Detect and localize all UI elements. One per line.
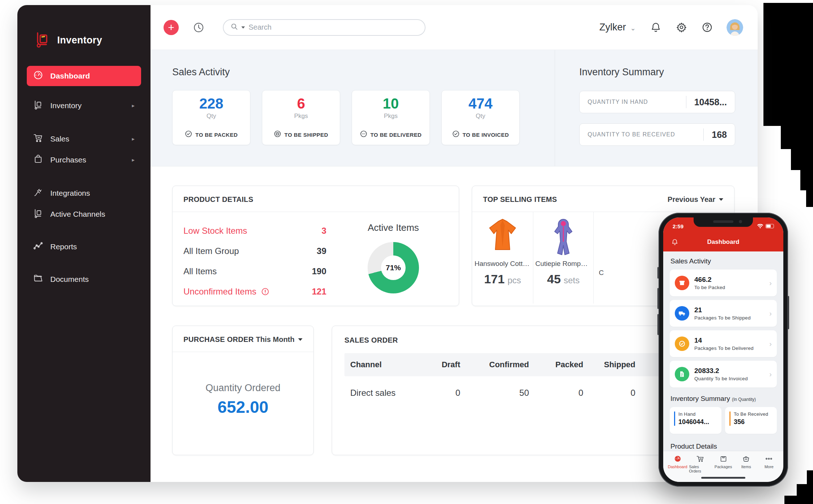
purchase-order-range-dropdown[interactable]: This Month	[256, 335, 302, 344]
phone-page-title: Dashboard	[663, 238, 783, 246]
row-value: 168	[704, 130, 727, 140]
row-label: All Items	[183, 266, 217, 276]
quantity-ordered-value: 652.00	[217, 397, 268, 417]
phone-power-button	[788, 296, 789, 329]
all-item-group-row[interactable]: All Item Group 39	[183, 241, 326, 261]
donut-percent-label: 71%	[386, 263, 401, 272]
metric-value: 10	[383, 96, 399, 112]
sales-activity-card-to-be-packed[interactable]: 228 Qty TO BE PACKED	[172, 90, 250, 145]
quantity-ordered-label: Quantity Ordered	[206, 382, 280, 394]
artifact-top-right-3	[791, 149, 813, 170]
mini-label: To Be Received	[734, 411, 768, 417]
sidebar-item-inventory[interactable]: Inventory ▸	[27, 96, 141, 116]
item-qty: 45	[547, 272, 561, 286]
item-name: C	[599, 269, 604, 277]
item-unit: sets	[564, 275, 580, 285]
sidebar-item-label: Purchases	[50, 156, 86, 164]
chevron-right-icon: ›	[769, 279, 772, 287]
active-items-donut-chart: 71%	[368, 242, 419, 293]
sales-activity-card-to-be-delivered[interactable]: 10 Pkgs TO BE DELIVERED	[352, 90, 430, 145]
tab-label: Items	[741, 465, 751, 469]
metric-unit: Pkgs	[294, 113, 308, 120]
search-icon	[231, 23, 238, 31]
column-header: Confirmed	[460, 360, 529, 369]
basket-icon	[742, 455, 750, 463]
app-window: Inventory Dashboard	[17, 5, 758, 482]
column-header: Channel	[344, 360, 417, 369]
sidebar-item-reports[interactable]: Reports	[27, 237, 141, 257]
search-input[interactable]	[249, 23, 418, 31]
tab-label: More	[765, 465, 774, 469]
info-icon[interactable]	[261, 288, 269, 296]
reports-icon	[33, 241, 43, 253]
phone-metric-value: 20833.2	[694, 367, 748, 375]
quick-create-button[interactable]: +	[164, 20, 179, 35]
phone-inventory-summary-title: Inventory Summary	[670, 395, 730, 402]
page: Inventory Dashboard	[0, 0, 813, 504]
recent-history-button[interactable]	[192, 21, 205, 34]
artifact-bottom-right-3	[784, 496, 813, 504]
sidebar-item-purchases[interactable]: Purchases ▸	[27, 150, 141, 170]
sidebar-item-integrations[interactable]: Integrations	[27, 183, 141, 203]
row-value: 39	[317, 246, 326, 256]
plug-icon	[33, 187, 43, 199]
row-value: 190	[312, 266, 326, 276]
unconfirmed-items-row[interactable]: Unconfirmed Items 121	[183, 281, 326, 302]
top-selling-range-dropdown[interactable]: Previous Year	[668, 195, 723, 204]
column-header: Draft	[417, 360, 460, 369]
search-scope-caret-icon[interactable]	[241, 26, 245, 29]
sidebar-item-label: Inventory	[50, 101, 81, 110]
phone-card-to-be-delivered: 14 Packages To be Delivered ›	[670, 330, 777, 357]
help-button[interactable]	[702, 22, 713, 33]
chevron-right-icon: ›	[769, 370, 772, 378]
phone-metric-label: Packages To be Delivered	[694, 346, 754, 351]
org-switcher[interactable]: Zylker ⌄	[599, 22, 636, 33]
sales-activity-title: Sales Activity	[172, 67, 555, 78]
inventory-summary-title: Inventory Summary	[579, 67, 735, 78]
app-title: Inventory	[57, 35, 102, 46]
low-stock-items-row[interactable]: Low Stock Items 3	[183, 221, 326, 241]
notifications-button[interactable]	[650, 22, 661, 33]
sales-activity-card-to-be-invoiced[interactable]: 474 Qty TO BE INVOICED	[441, 90, 520, 145]
folder-icon	[33, 274, 43, 285]
metric-label: TO BE INVOICED	[463, 132, 509, 138]
sidebar-item-label: Integrations	[50, 189, 90, 198]
chevron-right-icon: ›	[769, 340, 772, 348]
row-label: Unconfirmed Items	[183, 287, 256, 297]
check-circle-icon	[185, 130, 192, 139]
tab-label: Dashboard	[668, 465, 687, 469]
all-items-row[interactable]: All Items 190	[183, 261, 326, 281]
shipment-circle-icon	[274, 130, 281, 139]
draft-cell: 0	[417, 388, 460, 398]
column-header: Shipped	[583, 360, 635, 369]
range-label: Previous Year	[668, 195, 715, 204]
phone-metric-value: 21	[694, 306, 751, 314]
artifact-top-right-2	[781, 126, 813, 149]
phone-sales-activity-title: Sales Activity	[670, 257, 777, 265]
column-header: Packed	[529, 360, 583, 369]
item-name: Hanswooly Cotton Cas...	[475, 260, 531, 268]
search-box[interactable]	[223, 19, 425, 36]
battery-icon	[766, 224, 774, 228]
caret-down-icon	[719, 198, 723, 201]
accent-bar	[729, 411, 731, 426]
sidebar-item-label: Active Channels	[50, 210, 105, 219]
cart-icon	[696, 455, 704, 463]
row-value: 10458...	[686, 97, 727, 107]
row-value: 121	[312, 287, 326, 297]
chevron-right-icon: ▸	[132, 102, 135, 109]
sales-order-table: Channel Draft Confirmed Packed Shipped D…	[344, 353, 688, 410]
accent-bar	[674, 411, 675, 426]
delivery-circle-icon	[360, 130, 367, 139]
settings-button[interactable]	[676, 22, 687, 33]
sales-activity-card-to-be-shipped[interactable]: 6 Pkgs TO BE SHIPPED	[262, 90, 340, 145]
avatar[interactable]	[727, 19, 743, 36]
metric-label: TO BE SHIPPED	[284, 132, 328, 138]
sidebar-item-sales[interactable]: Sales ▸	[27, 129, 141, 149]
sidebar-item-label: Reports	[50, 242, 77, 251]
sidebar-item-documents[interactable]: Documents	[27, 269, 141, 289]
purchase-order-card: PURCHASE ORDER This Month Quantity Order…	[172, 326, 314, 455]
phone-nav-bar: Dashboard	[663, 233, 783, 251]
sidebar-item-active-channels[interactable]: Active Channels	[27, 204, 141, 224]
sidebar-item-dashboard[interactable]: Dashboard	[27, 66, 141, 86]
